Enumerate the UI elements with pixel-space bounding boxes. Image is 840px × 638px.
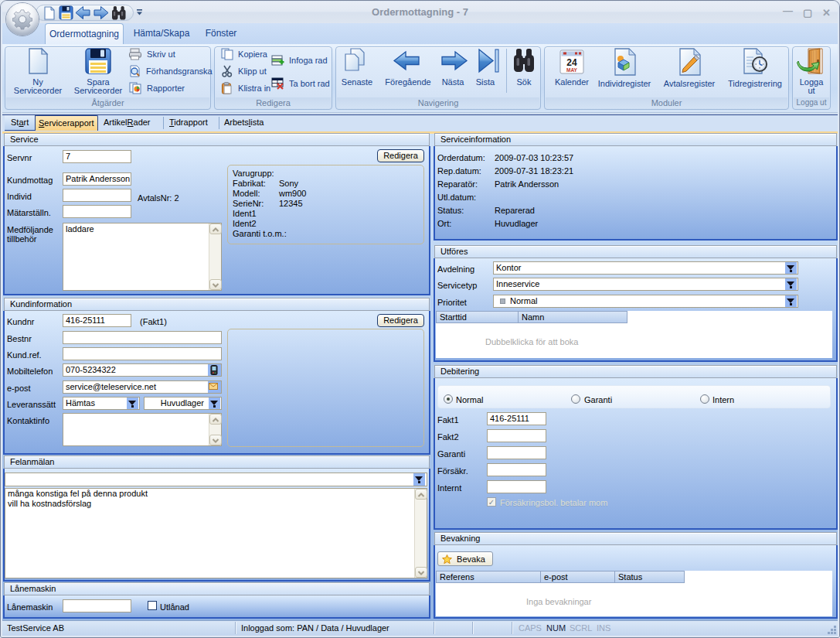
svg-text:MAY: MAY [566, 67, 578, 73]
